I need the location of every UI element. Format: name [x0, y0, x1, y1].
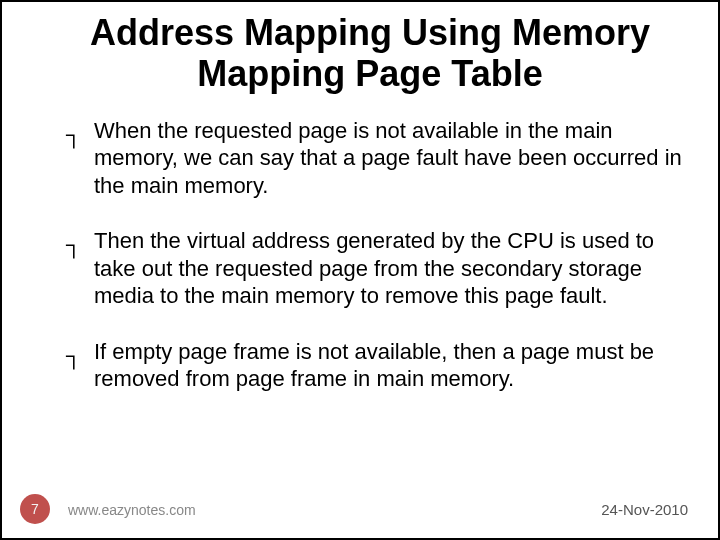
page-number: 7 [20, 494, 50, 524]
slide-title: Address Mapping Using Memory Mapping Pag… [52, 12, 688, 95]
bullet-icon: ┐ [66, 231, 82, 259]
bullet-list: ┐ When the requested page is not availab… [52, 117, 688, 393]
bullet-icon: ┐ [66, 121, 82, 149]
bullet-text: When the requested page is not available… [94, 118, 682, 198]
list-item: ┐ Then the virtual address generated by … [72, 227, 688, 310]
bullet-text: If empty page frame is not available, th… [94, 339, 654, 392]
footer: 7 www.eazynotes.com 24-Nov-2010 [2, 490, 718, 530]
bullet-icon: ┐ [66, 342, 82, 370]
bullet-text: Then the virtual address generated by th… [94, 228, 654, 308]
list-item: ┐ If empty page frame is not available, … [72, 338, 688, 393]
website-label: www.eazynotes.com [68, 502, 196, 518]
date-label: 24-Nov-2010 [601, 501, 688, 518]
slide: Address Mapping Using Memory Mapping Pag… [2, 2, 718, 538]
list-item: ┐ When the requested page is not availab… [72, 117, 688, 200]
